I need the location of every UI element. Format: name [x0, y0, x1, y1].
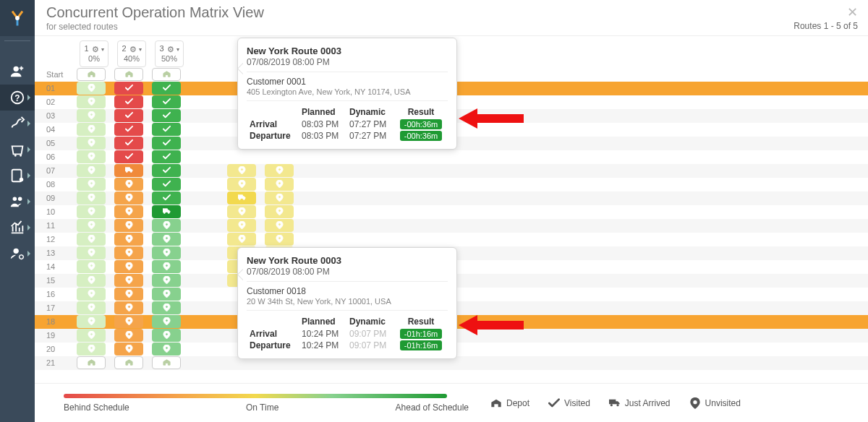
matrix-cell[interactable] — [152, 164, 181, 177]
matrix-cell[interactable] — [114, 343, 143, 356]
matrix-cell[interactable] — [227, 233, 256, 246]
nav-analytics-icon[interactable] — [0, 215, 35, 241]
matrix-cell[interactable] — [77, 356, 106, 369]
matrix-cell[interactable] — [227, 205, 256, 218]
matrix-cell[interactable] — [114, 315, 143, 328]
matrix-cell[interactable] — [114, 301, 143, 314]
matrix-cell[interactable] — [77, 246, 106, 259]
matrix-cell[interactable] — [77, 109, 106, 122]
matrix-cell[interactable] — [265, 205, 294, 218]
matrix-cell[interactable] — [114, 274, 143, 287]
matrix-cell[interactable] — [77, 274, 106, 287]
matrix-cell[interactable] — [77, 233, 106, 246]
gear-icon[interactable]: ⚙ — [167, 45, 174, 54]
matrix-cell[interactable] — [152, 315, 181, 328]
column-header[interactable]: 3 ⚙ ▾50% — [155, 40, 184, 67]
column-header[interactable]: 1 ⚙ ▾0% — [80, 40, 109, 67]
matrix-cell[interactable] — [152, 329, 181, 342]
matrix-cell[interactable] — [77, 150, 106, 163]
matrix-cell[interactable] — [77, 219, 106, 232]
matrix-cell[interactable] — [77, 191, 106, 204]
matrix-cell[interactable] — [114, 178, 143, 191]
chevron-down-icon[interactable]: ▾ — [176, 46, 179, 53]
matrix-cell[interactable] — [77, 68, 106, 81]
matrix-cell[interactable] — [114, 68, 143, 81]
gear-icon[interactable]: ⚙ — [129, 45, 137, 54]
matrix-cell[interactable] — [114, 150, 143, 163]
matrix-cell[interactable] — [114, 260, 143, 273]
nav-team-icon[interactable] — [0, 189, 35, 215]
matrix-cell[interactable] — [265, 219, 294, 232]
nav-add-user-icon[interactable] — [0, 59, 35, 85]
matrix-cell[interactable] — [152, 123, 181, 136]
matrix-cell[interactable] — [77, 178, 106, 191]
matrix-cell[interactable] — [114, 233, 143, 246]
matrix-cell[interactable] — [152, 191, 181, 204]
matrix-cell[interactable] — [114, 123, 143, 136]
matrix-cell[interactable] — [152, 301, 181, 314]
matrix-cell[interactable] — [114, 191, 143, 204]
matrix-cell[interactable] — [77, 137, 106, 150]
matrix-cell[interactable] — [152, 82, 181, 95]
matrix-cell[interactable] — [77, 329, 106, 342]
matrix-cell[interactable] — [77, 315, 106, 328]
matrix-cell[interactable] — [265, 233, 294, 246]
matrix-cell[interactable] — [152, 233, 181, 246]
matrix-cell[interactable] — [152, 137, 181, 150]
matrix-cell[interactable] — [152, 288, 181, 301]
matrix-cell[interactable] — [265, 191, 294, 204]
matrix-cell[interactable] — [114, 356, 143, 369]
matrix-cell[interactable] — [114, 205, 143, 218]
matrix-cell[interactable] — [77, 82, 106, 95]
chevron-down-icon[interactable]: ▾ — [139, 46, 142, 53]
matrix-cell[interactable] — [152, 260, 181, 273]
matrix-cell[interactable] — [114, 95, 143, 108]
gear-icon[interactable]: ⚙ — [92, 45, 99, 54]
matrix-cell[interactable] — [77, 260, 106, 273]
matrix-cell[interactable] — [152, 219, 181, 232]
nav-orders-icon[interactable] — [0, 137, 35, 163]
nav-routes-icon[interactable] — [0, 111, 35, 137]
matrix-cell[interactable] — [114, 246, 143, 259]
matrix-cell[interactable] — [265, 164, 294, 177]
matrix-cell[interactable] — [152, 95, 181, 108]
nav-addressbook-icon[interactable] — [0, 163, 35, 189]
matrix-cell[interactable] — [114, 109, 143, 122]
matrix-cell[interactable] — [77, 123, 106, 136]
nav-help-icon[interactable]: ? — [0, 85, 35, 111]
matrix-cell[interactable] — [114, 137, 143, 150]
matrix-cell[interactable] — [227, 191, 256, 204]
matrix-cell[interactable] — [77, 301, 106, 314]
tooltip-address: 405 Lexington Ave, New York, NY 10174, U… — [247, 87, 448, 96]
matrix-cell[interactable] — [152, 109, 181, 122]
matrix-cell[interactable] — [265, 178, 294, 191]
matrix-cell[interactable] — [77, 164, 106, 177]
matrix-cell[interactable] — [152, 150, 181, 163]
matrix-cell[interactable] — [77, 343, 106, 356]
matrix-cell[interactable] — [227, 219, 256, 232]
matrix-cell[interactable] — [152, 178, 181, 191]
logo[interactable] — [0, 0, 35, 36]
svg-point-3 — [14, 66, 19, 72]
matrix-cell[interactable] — [114, 82, 143, 95]
matrix-cell[interactable] — [114, 288, 143, 301]
close-icon[interactable]: ✕ — [847, 4, 858, 20]
matrix-cell[interactable] — [152, 68, 181, 81]
matrix-cell[interactable] — [227, 164, 256, 177]
matrix-cell[interactable] — [152, 356, 181, 369]
matrix-cell[interactable] — [114, 164, 143, 177]
matrix-cell[interactable] — [152, 274, 181, 287]
nav-settings-user-icon[interactable] — [0, 241, 35, 267]
matrix-cell[interactable] — [114, 329, 143, 342]
matrix-cell[interactable] — [114, 219, 143, 232]
matrix-cell[interactable] — [152, 246, 181, 259]
matrix-cell[interactable] — [152, 205, 181, 218]
chevron-down-icon[interactable]: ▾ — [101, 46, 104, 53]
matrix-cell[interactable] — [77, 95, 106, 108]
column-header[interactable]: 2 ⚙ ▾40% — [117, 40, 146, 67]
row-label: 16 — [42, 288, 75, 301]
matrix-cell[interactable] — [227, 178, 256, 191]
matrix-cell[interactable] — [152, 343, 181, 356]
matrix-cell[interactable] — [77, 288, 106, 301]
matrix-cell[interactable] — [77, 205, 106, 218]
